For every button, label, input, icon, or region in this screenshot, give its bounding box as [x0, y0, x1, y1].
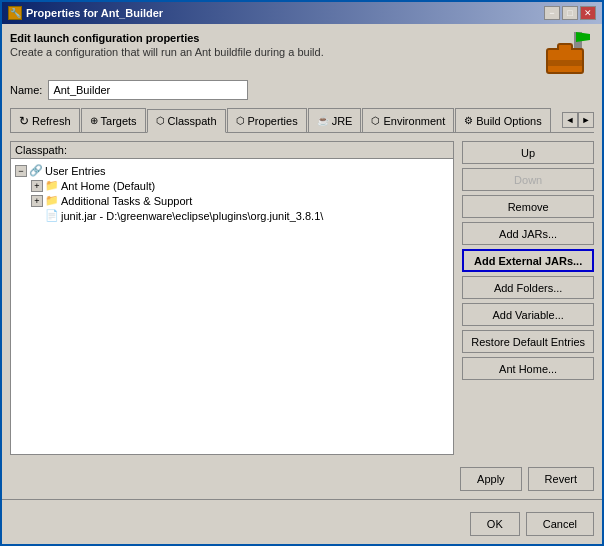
ok-cancel-row: OK Cancel: [10, 508, 594, 536]
close-button[interactable]: ✕: [580, 6, 596, 20]
tabs-bar: ↻ Refresh ⊕ Targets ⬡ Classpath ⬡ Proper…: [10, 108, 594, 133]
add-folders-button[interactable]: Add Folders...: [462, 276, 594, 299]
name-input[interactable]: [48, 80, 248, 100]
jre-icon: ☕: [317, 115, 329, 126]
tab-refresh-label: Refresh: [32, 115, 71, 127]
tab-properties[interactable]: ⬡ Properties: [227, 108, 307, 132]
tab-nav: ◄ ►: [562, 112, 594, 128]
tab-jre-label: JRE: [332, 115, 353, 127]
ant-home-button[interactable]: Ant Home...: [462, 357, 594, 380]
window-icon: 🔧: [8, 6, 22, 20]
header-icon: [546, 32, 594, 72]
main-area: Classpath: − 🔗 User Entries + 📁 Ant Home: [10, 141, 594, 455]
tab-refresh[interactable]: ↻ Refresh: [10, 108, 80, 132]
user-entries-children: + 📁 Ant Home (Default) + 📁 Additional Ta…: [31, 178, 449, 223]
tree-item-junit-jar[interactable]: 📄 junit.jar - D:\greenware\eclipse\plugi…: [31, 208, 449, 223]
additional-tasks-label: Additional Tasks & Support: [61, 195, 192, 207]
header-title: Edit launch configuration properties: [10, 32, 324, 44]
buttons-panel: Up Down Remove Add JARs... Add External …: [462, 141, 594, 455]
properties-dialog: 🔧 Properties for Ant_Builder − □ ✕ Edit …: [0, 0, 604, 546]
targets-icon: ⊕: [90, 115, 98, 126]
tab-targets[interactable]: ⊕ Targets: [81, 108, 146, 132]
tab-classpath[interactable]: ⬡ Classpath: [147, 109, 226, 133]
revert-button[interactable]: Revert: [528, 467, 594, 491]
apply-row: Apply Revert: [10, 463, 594, 491]
additional-tasks-icon: 📁: [45, 194, 59, 207]
title-controls: − □ ✕: [544, 6, 596, 20]
tab-build-options-label: Build Options: [476, 115, 541, 127]
add-variable-button[interactable]: Add Variable...: [462, 303, 594, 326]
add-external-jars-button[interactable]: Add External JARs...: [462, 249, 594, 272]
ant-home-expander[interactable]: +: [31, 180, 43, 192]
separator: [2, 499, 602, 500]
dialog-content: Edit launch configuration properties Cre…: [2, 24, 602, 544]
header-section: Edit launch configuration properties Cre…: [10, 32, 594, 72]
name-label: Name:: [10, 84, 42, 96]
tab-prev-button[interactable]: ◄: [562, 112, 578, 128]
ant-home-icon: 📁: [45, 179, 59, 192]
classpath-label: Classpath:: [11, 142, 453, 159]
classpath-icon: ⬡: [156, 115, 165, 126]
tab-environment-label: Environment: [383, 115, 445, 127]
title-bar: 🔧 Properties for Ant_Builder − □ ✕: [2, 2, 602, 24]
environment-icon: ⬡: [371, 115, 380, 126]
window-title: Properties for Ant_Builder: [26, 7, 163, 19]
tab-classpath-label: Classpath: [168, 115, 217, 127]
add-jars-button[interactable]: Add JARs...: [462, 222, 594, 245]
additional-tasks-expander[interactable]: +: [31, 195, 43, 207]
tab-build-options[interactable]: ⚙ Build Options: [455, 108, 550, 132]
cancel-button[interactable]: Cancel: [526, 512, 594, 536]
tab-properties-label: Properties: [248, 115, 298, 127]
ok-button[interactable]: OK: [470, 512, 520, 536]
restore-defaults-button[interactable]: Restore Default Entries: [462, 330, 594, 353]
junit-jar-label: junit.jar - D:\greenware\eclipse\plugins…: [61, 210, 323, 222]
tab-environment[interactable]: ⬡ Environment: [362, 108, 454, 132]
properties-icon: ⬡: [236, 115, 245, 126]
minimize-button[interactable]: −: [544, 6, 560, 20]
classpath-panel: Classpath: − 🔗 User Entries + 📁 Ant Home: [10, 141, 454, 455]
refresh-icon: ↻: [19, 114, 29, 128]
tree-item-user-entries[interactable]: − 🔗 User Entries: [15, 163, 449, 178]
user-entries-icon: 🔗: [29, 164, 43, 177]
tab-next-button[interactable]: ►: [578, 112, 594, 128]
tree-item-ant-home[interactable]: + 📁 Ant Home (Default): [31, 178, 449, 193]
tree-item-additional-tasks[interactable]: + 📁 Additional Tasks & Support: [31, 193, 449, 208]
remove-button[interactable]: Remove: [462, 195, 594, 218]
header-text: Edit launch configuration properties Cre…: [10, 32, 324, 58]
apply-button[interactable]: Apply: [460, 467, 522, 491]
title-bar-left: 🔧 Properties for Ant_Builder: [8, 6, 163, 20]
junit-jar-icon: 📄: [45, 209, 59, 222]
up-button[interactable]: Up: [462, 141, 594, 164]
user-entries-expander[interactable]: −: [15, 165, 27, 177]
tab-jre[interactable]: ☕ JRE: [308, 108, 362, 132]
name-row: Name:: [10, 80, 594, 100]
tree-area: − 🔗 User Entries + 📁 Ant Home (Default): [11, 159, 453, 227]
down-button[interactable]: Down: [462, 168, 594, 191]
user-entries-label: User Entries: [45, 165, 106, 177]
tab-targets-label: Targets: [101, 115, 137, 127]
maximize-button[interactable]: □: [562, 6, 578, 20]
ant-home-label: Ant Home (Default): [61, 180, 155, 192]
build-options-icon: ⚙: [464, 115, 473, 126]
header-subtitle: Create a configuration that will run an …: [10, 46, 324, 58]
